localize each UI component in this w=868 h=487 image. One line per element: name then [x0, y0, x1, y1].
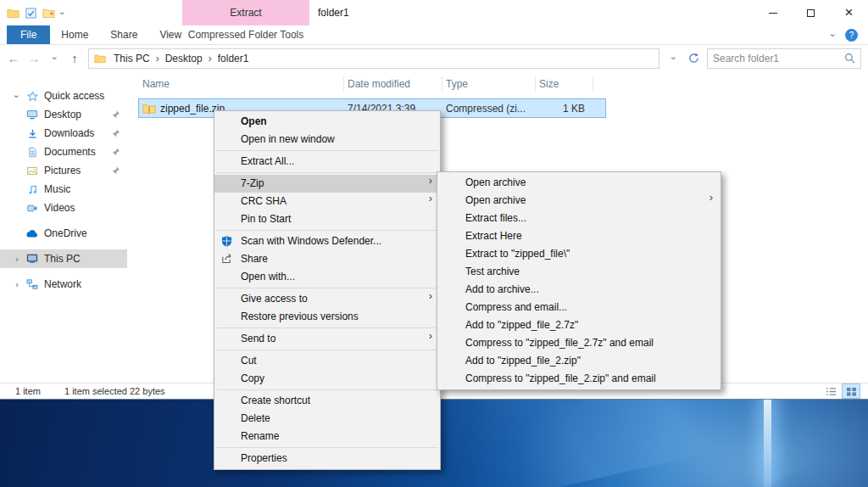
- sidebar-item-music[interactable]: Music: [0, 180, 127, 199]
- defender-shield-icon: [221, 235, 232, 247]
- onedrive-icon: [24, 229, 41, 238]
- submenu-item-compress-to-zipped-file-2-7z-and-email[interactable]: Compress to "zipped_file_2.7z" and email: [437, 334, 721, 352]
- context-menu-item-cut[interactable]: Cut: [214, 352, 440, 370]
- search-input[interactable]: [713, 53, 844, 64]
- file-type: Compressed (zi...: [442, 103, 536, 115]
- context-menu-item-restore-previous-versions[interactable]: Restore previous versions: [214, 308, 440, 326]
- submenu-item-open-archive-2[interactable]: Open archive: [437, 192, 721, 210]
- sidebar-item-onedrive[interactable]: OneDrive: [0, 224, 127, 243]
- sidebar-item-quick-access[interactable]: Quick access: [0, 87, 127, 105]
- context-menu-item-rename[interactable]: Rename: [214, 428, 440, 445]
- context-menu-item-7zip[interactable]: 7-Zip: [214, 175, 440, 193]
- column-header-date-modified[interactable]: Date modified: [344, 76, 442, 92]
- context-menu-item-create-shortcut[interactable]: Create shortcut: [214, 392, 440, 410]
- tab-share[interactable]: Share: [99, 25, 148, 44]
- column-header-name[interactable]: Name: [139, 76, 344, 92]
- breadcrumb-desktop[interactable]: Desktop: [163, 53, 205, 64]
- up-button[interactable]: [68, 53, 81, 64]
- context-menu-item-delete[interactable]: Delete: [214, 410, 440, 428]
- submenu-item-compress-to-zipped-file-2-zip-and-email[interactable]: Compress to "zipped_file_2.zip" and emai…: [437, 370, 721, 388]
- submenu-item-extract-to-zipped-file[interactable]: Extract to "zipped_file\": [437, 245, 721, 263]
- breadcrumb-this-pc[interactable]: This PC: [111, 53, 153, 64]
- new-folder-icon[interactable]: [42, 8, 55, 19]
- back-button[interactable]: [7, 52, 20, 64]
- context-menu-item-properties[interactable]: Properties: [214, 450, 440, 467]
- chevron-right-icon[interactable]: [15, 280, 19, 289]
- large-icons-view-button[interactable]: [843, 384, 860, 398]
- selection-summary: 1 item selected 22 bytes: [64, 386, 165, 396]
- videos-icon: [24, 203, 41, 214]
- context-menu-item-share[interactable]: Share: [214, 250, 440, 268]
- submenu-item-add-to-zipped-file-2-zip[interactable]: Add to "zipped_file_2.zip": [437, 352, 721, 370]
- sidebar-item-pictures[interactable]: Pictures: [0, 161, 127, 180]
- ribbon-expand-chevron-icon[interactable]: [829, 33, 838, 36]
- tab-home[interactable]: Home: [50, 25, 99, 44]
- menu-separator: [216, 447, 438, 448]
- share-icon: [221, 253, 232, 264]
- close-button[interactable]: [830, 0, 868, 25]
- search-box[interactable]: [707, 48, 861, 69]
- context-menu-item-crc-sha[interactable]: CRC SHA: [214, 193, 440, 210]
- pin-icon: [112, 110, 120, 119]
- refresh-button[interactable]: [687, 53, 700, 64]
- breadcrumb-chevron-icon[interactable]: [209, 53, 212, 64]
- close-icon: [845, 5, 854, 20]
- column-header-size[interactable]: Size: [536, 76, 593, 92]
- context-menu-item-scan-with-windows-defender[interactable]: Scan with Windows Defender...: [214, 232, 440, 250]
- sidebar-item-downloads[interactable]: Downloads: [0, 124, 127, 143]
- submenu-item-test-archive[interactable]: Test archive: [437, 263, 721, 281]
- address-bar[interactable]: This PC Desktop folder1: [88, 48, 659, 69]
- maximize-icon: [807, 9, 815, 17]
- submenu-item-extract-files[interactable]: Extract files...: [437, 210, 721, 227]
- breadcrumb-folder1[interactable]: folder1: [215, 53, 252, 64]
- submenu-item-add-to-archive[interactable]: Add to archive...: [437, 281, 721, 299]
- qat-dropdown-chevron-icon[interactable]: [58, 11, 67, 14]
- help-icon[interactable]: ?: [845, 29, 858, 42]
- properties-icon[interactable]: [25, 8, 36, 19]
- recent-locations-chevron-icon[interactable]: [50, 52, 59, 65]
- context-menu-item-copy[interactable]: Copy: [214, 370, 440, 388]
- downloads-icon: [24, 128, 41, 139]
- submenu-arrow-icon: [429, 330, 432, 341]
- submenu-item-add-to-zipped-file-2-7z[interactable]: Add to "zipped_file_2.7z": [437, 316, 721, 334]
- details-view-button[interactable]: [822, 384, 839, 398]
- sidebar-item-documents[interactable]: Documents: [0, 143, 127, 161]
- submenu-item-open-archive[interactable]: Open archive: [437, 174, 721, 192]
- submenu-arrow-icon: [429, 193, 432, 204]
- column-header-type[interactable]: Type: [442, 76, 536, 92]
- submenu-item-extract-here[interactable]: Extract Here: [437, 227, 721, 245]
- context-menu-item-open-in-new-window[interactable]: Open in new window: [214, 131, 440, 148]
- context-menu-item-give-access-to[interactable]: Give access to: [214, 290, 440, 308]
- explorer-window-icon[interactable]: [7, 8, 19, 19]
- chevron-down-icon[interactable]: [12, 94, 21, 98]
- contextual-tab-group[interactable]: Extract: [182, 0, 309, 25]
- sidebar-item-videos[interactable]: Videos: [0, 199, 127, 217]
- breadcrumb-chevron-icon[interactable]: [156, 53, 159, 64]
- context-menu-item-open[interactable]: Open: [214, 113, 440, 131]
- minimize-button[interactable]: [754, 0, 792, 25]
- pin-icon: [112, 129, 120, 137]
- submenu-item-compress-and-email[interactable]: Compress and email...: [437, 299, 721, 316]
- context-menu: Open Open in new window Extract All... 7…: [214, 110, 441, 470]
- menu-separator: [216, 172, 438, 173]
- sidebar-item-this-pc[interactable]: This PC: [0, 249, 127, 268]
- window-controls: [754, 0, 868, 25]
- context-menu-item-pin-to-start[interactable]: Pin to Start: [214, 210, 440, 228]
- sidebar-item-desktop[interactable]: Desktop: [0, 105, 127, 124]
- sidebar-item-network[interactable]: Network: [0, 275, 127, 294]
- large-icons-view-icon: [846, 387, 857, 396]
- maximize-button[interactable]: [792, 0, 830, 25]
- tab-file[interactable]: File: [7, 25, 50, 44]
- context-menu-item-send-to[interactable]: Send to: [214, 330, 440, 348]
- wallpaper-glow: [764, 395, 771, 487]
- search-icon[interactable]: [844, 53, 855, 64]
- tab-compressed-folder-tools[interactable]: Compressed Folder Tools: [182, 25, 309, 45]
- menu-separator: [216, 150, 438, 151]
- context-menu-item-extract-all[interactable]: Extract All...: [214, 153, 440, 171]
- chevron-right-icon[interactable]: [15, 255, 19, 264]
- context-menu-item-open-with[interactable]: Open with...: [214, 268, 440, 286]
- view-toggle-buttons: [822, 384, 868, 398]
- 7zip-submenu: Open archive Open archive Extract files.…: [437, 171, 721, 390]
- forward-button[interactable]: [27, 52, 41, 64]
- address-dropdown-chevron-icon[interactable]: [669, 52, 678, 65]
